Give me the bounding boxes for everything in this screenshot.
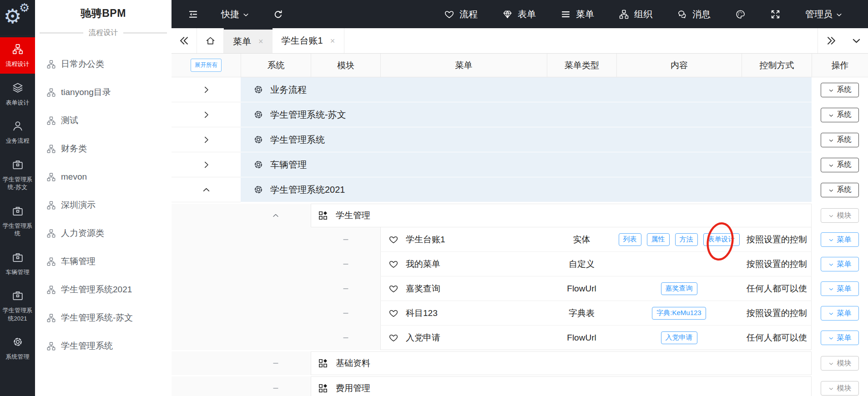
row-action-button[interactable]: 模块 <box>821 381 859 396</box>
row-action-button[interactable]: 系统 <box>821 133 859 147</box>
topbar-nav-menus[interactable]: 菜单 <box>560 8 594 20</box>
row-action-button[interactable]: 系统 <box>821 158 859 172</box>
action-cell: 模块 <box>812 204 868 227</box>
row-expand-toggle[interactable] <box>172 102 241 127</box>
tabs-menu-button[interactable] <box>844 28 868 53</box>
row-expand-toggle[interactable] <box>172 127 241 152</box>
user-menu[interactable]: 管理员 <box>805 8 843 20</box>
menu-name-cell[interactable]: 我的菜单 <box>380 252 547 276</box>
chevron-right-icon <box>202 85 211 94</box>
content-button[interactable]: 列表 <box>619 233 641 246</box>
row-action-button[interactable]: 菜单 <box>821 257 859 271</box>
rail-item-system-admin[interactable]: 系统管理 <box>0 330 35 366</box>
fullscreen-button[interactable] <box>770 9 781 20</box>
table-body: 业务流程系统学生管理系统-苏文系统学生管理系统系统车辆管理系统学生管理系统202… <box>172 77 868 396</box>
nav-label: 表单 <box>518 8 536 20</box>
tabs-scroll-right-button[interactable] <box>818 28 844 53</box>
menu-name: 入党申请 <box>406 332 440 344</box>
refresh-button[interactable] <box>273 9 283 20</box>
close-icon[interactable]: × <box>258 37 263 45</box>
row-action-button[interactable]: 菜单 <box>821 232 859 247</box>
row-action-button[interactable]: 模块 <box>821 208 859 223</box>
tab-学生台账1[interactable]: 学生台账1× <box>273 28 345 53</box>
row-action-button[interactable]: 系统 <box>821 83 859 97</box>
rail-item-process-design[interactable]: 流程设计 <box>0 37 35 74</box>
sidebar-item[interactable]: 日常办公类 <box>35 50 172 78</box>
sidebar-item[interactable]: 学生管理系统2021 <box>35 276 172 304</box>
system-name: 学生管理系统-苏文 <box>270 109 346 121</box>
content-button[interactable]: 字典:KeMu123 <box>652 307 706 320</box>
tab-菜单[interactable]: 菜单× <box>224 28 273 53</box>
theme-palette-button[interactable] <box>735 9 746 20</box>
menu-name-cell[interactable]: 入党申请 <box>380 326 547 350</box>
row-action-button[interactable]: 系统 <box>821 108 859 122</box>
topbar-nav-forms[interactable]: 表单 <box>502 8 536 20</box>
sidebar-item[interactable]: tianyong目录 <box>35 78 172 106</box>
rail-item-student-sys-2021[interactable]: 学生管理系统2021 <box>0 284 35 328</box>
chevron-down-icon <box>851 35 862 46</box>
menu-name-cell[interactable]: 学生台账1 <box>380 227 547 252</box>
topbar-nav-messages[interactable]: 消息 <box>677 8 711 20</box>
nav-label: 消息 <box>692 8 711 20</box>
rail-item-business-flow[interactable]: 业务流程 <box>0 114 35 150</box>
module-expand-toggle[interactable] <box>241 376 311 396</box>
row-expand-toggle[interactable] <box>172 152 241 177</box>
module-expand-toggle[interactable] <box>241 351 311 375</box>
menu-content-cell: 入党申请 <box>616 326 742 350</box>
app-logo[interactable]: ⚙ ⚙ <box>0 0 35 35</box>
category-icon <box>46 201 56 210</box>
sidebar-item[interactable]: 车辆管理 <box>35 247 172 276</box>
sidebar-item[interactable]: 测试 <box>35 106 172 135</box>
row-action-button[interactable]: 系统 <box>821 183 859 197</box>
menu-fold-button[interactable] <box>188 9 198 20</box>
sidebar-item[interactable]: 人力资源类 <box>35 219 172 247</box>
module-indent <box>172 204 311 227</box>
tabs-scroll-left-button[interactable] <box>172 28 197 53</box>
topbar-nav-org[interactable]: 组织 <box>619 8 652 20</box>
expand-all-button[interactable]: 展开所有 <box>191 59 222 72</box>
menu-name-cell[interactable]: 嘉奖查询 <box>380 276 547 301</box>
content-button[interactable]: 属性 <box>647 233 670 246</box>
quick-dropdown[interactable]: 快捷 <box>221 8 249 20</box>
module-expand-toggle[interactable] <box>241 204 311 227</box>
row-expand-toggle[interactable] <box>172 177 241 202</box>
topbar-right: 流程表单菜单组织消息 管理员 <box>444 8 843 20</box>
rail-item-form-design[interactable]: 表单设计 <box>0 76 35 112</box>
sidebar-item[interactable]: 财务类 <box>35 135 172 163</box>
sidebar-item-label: 学生管理系统2021 <box>61 284 132 296</box>
row-action-button[interactable]: 模块 <box>821 356 859 371</box>
menu-type: 自定义 <box>569 258 595 270</box>
row-action-button[interactable]: 菜单 <box>821 281 859 296</box>
rail-item-student-sys-suwen[interactable]: 学生管理系统-苏文 <box>0 153 35 197</box>
topbar-nav-process[interactable]: 流程 <box>444 8 478 20</box>
rail-item-student-sys[interactable]: 学生管理系统 <box>0 199 35 243</box>
sidebar-item[interactable]: 深圳演示 <box>35 191 172 219</box>
menu-name-cell[interactable]: 科目123 <box>380 301 547 326</box>
content-button[interactable]: 方法 <box>675 233 698 246</box>
category-icon <box>46 285 56 295</box>
action-cell: 模块 <box>812 351 868 375</box>
hamburger-icon <box>560 9 571 20</box>
dash-icon <box>342 260 350 268</box>
sidebar-item[interactable]: mevon <box>35 163 172 191</box>
content-button[interactable]: 嘉奖查询 <box>661 282 697 295</box>
indent-cell <box>241 252 311 276</box>
action-cell: 系统 <box>812 127 868 152</box>
sidebar-item[interactable]: 学生管理系统 <box>35 332 172 360</box>
category-icon <box>46 341 56 351</box>
sidebar-item[interactable]: 学生管理系统-苏文 <box>35 304 172 332</box>
caret-down-icon <box>828 262 834 267</box>
open-tabs: 菜单×学生台账1× <box>224 28 344 53</box>
action-label: 菜单 <box>837 260 852 269</box>
category-icon <box>46 313 56 323</box>
row-expand-toggle[interactable] <box>172 77 241 102</box>
home-tab-button[interactable] <box>197 28 224 53</box>
content-button[interactable]: 入党申请 <box>661 331 697 344</box>
row-action-button[interactable]: 菜单 <box>821 331 859 345</box>
content-button[interactable]: 表单设计 <box>703 233 740 246</box>
rail-item-vehicle-mgmt[interactable]: 车辆管理 <box>0 246 35 282</box>
action-cell: 系统 <box>812 152 868 177</box>
close-icon[interactable]: × <box>330 37 335 45</box>
row-action-button[interactable]: 菜单 <box>821 306 859 321</box>
quick-label: 快捷 <box>221 8 239 20</box>
